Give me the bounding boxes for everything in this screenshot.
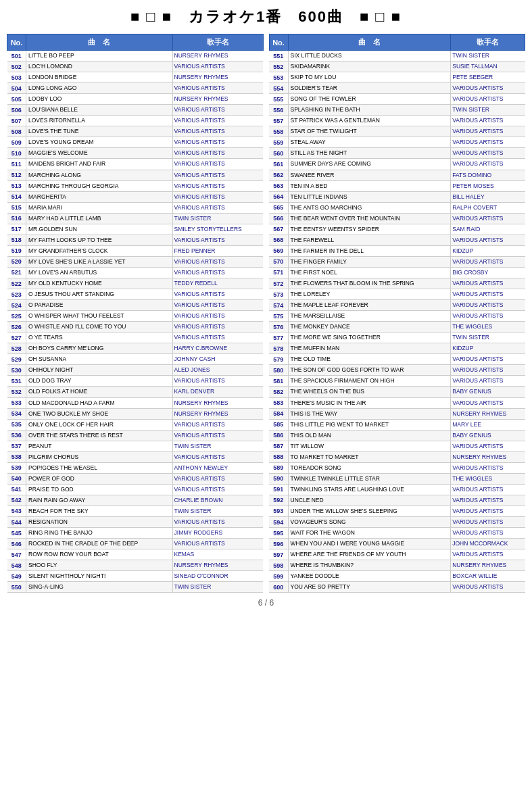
song-name: LOVE'S YOUNG DREAM <box>26 137 173 148</box>
artist-name: VARIOUS ARTISTS <box>451 83 525 94</box>
row-number: 520 <box>7 256 26 267</box>
song-name: MARY HAD A LITTLE LAMB <box>26 213 173 224</box>
song-name: THE WHEELS ON THE BUS <box>288 387 451 397</box>
page-footer: 6 / 6 <box>7 598 525 608</box>
table-row: 533OLD MACDONALD HAD A FARMNURSERY RHYME… <box>7 397 264 408</box>
table-row: 558STAR OF THE TWILIGHTVARIOUS ARTISTS <box>269 126 525 137</box>
table-row: 547ROW ROW ROW YOUR BOATKEMAS <box>7 549 264 560</box>
table-row: 575THE MARSEILLAISEVARIOUS ARTISTS <box>269 311 525 322</box>
song-name: OLD MACDONALD HAD A FARM <box>26 397 173 408</box>
row-number: 558 <box>269 126 288 137</box>
row-number: 526 <box>7 322 26 333</box>
artist-name: VARIOUS ARTISTS <box>172 235 263 245</box>
artist-name: VARIOUS ARTISTS <box>172 148 263 159</box>
row-number: 597 <box>269 549 288 560</box>
row-number: 521 <box>7 267 26 278</box>
song-name: SING-A-LING <box>26 582 173 593</box>
artist-name: VARIOUS ARTISTS <box>451 462 525 473</box>
artist-name: NURSERY RHYMES <box>172 51 263 62</box>
table-row: 524O PARADISEVARIOUS ARTISTS <box>7 300 264 311</box>
artist-name: VARIOUS ARTISTS <box>172 105 263 116</box>
table-row: 580THE SON OF GOD GOES FORTH TO WARVARIO… <box>269 365 525 376</box>
artist-name: PETE SEEGER <box>451 72 525 83</box>
table-row: 567THE EENTSY WEENTSY SPIDERSAM RAID <box>269 224 525 235</box>
table-row: 573THE LORELEYVARIOUS ARTISTS <box>269 289 525 300</box>
table-row: 511MAIDENS BRIGHT AND FAIRVARIOUS ARTIST… <box>7 159 264 170</box>
row-number: 557 <box>269 116 288 126</box>
song-name: TWINKLING STARS ARE LAUGHING LOVE <box>288 484 451 495</box>
song-name: LONG LONG AGO <box>26 83 173 94</box>
song-name: TEN LITTLE INDIANS <box>288 191 451 202</box>
artist-name: VARIOUS ARTISTS <box>451 582 525 593</box>
row-number: 579 <box>269 354 288 365</box>
table-row: 581THE SPACIOUS FIRMAMENT ON HIGHVARIOUS… <box>269 376 525 387</box>
song-name: MY LOVE SHE'S LIKE A LASSIE YET <box>26 256 173 267</box>
song-name: SIX LITTLE DUCKS <box>288 51 451 62</box>
left-table-section: No. 曲 名 歌手名 501LITTLE BO PEEPNURSERY RHY… <box>7 34 264 593</box>
row-number: 596 <box>269 539 288 549</box>
table-row: 594VOYAGEUR'S SONGVARIOUS ARTISTS <box>269 517 525 528</box>
song-name: MY LOVE'S AN ARBUTUS <box>26 267 173 278</box>
row-number: 535 <box>7 419 26 430</box>
song-name: UNDER THE WILLOW SHE'S SLEEPING <box>288 506 451 516</box>
artist-name: VARIOUS ARTISTS <box>451 256 525 267</box>
song-name: STEAL AWAY <box>288 137 451 148</box>
table-row: 562SWANEE RIVERFATS DOMINO <box>269 170 525 180</box>
artist-name: VARIOUS ARTISTS <box>451 278 525 289</box>
table-row: 513MARCHING THROUGH GEORGIAVARIOUS ARTIS… <box>7 180 264 191</box>
song-name: OLD DOG TRAY <box>26 376 173 387</box>
song-name: THIS IS THE WAY <box>288 408 451 419</box>
left-col-song-header: 曲 名 <box>26 34 173 51</box>
table-row: 519MY GRANDFATHER'S CLOCKFRED PENNER <box>7 245 264 256</box>
song-name: THE ANTS GO MARCHING <box>288 202 451 213</box>
song-name: THE MUFFIN MAN <box>288 343 451 354</box>
artist-name: VARIOUS ARTISTS <box>172 159 263 170</box>
table-row: 546ROCKED IN THE CRADLE OF THE DEEPVARIO… <box>7 539 264 549</box>
row-number: 517 <box>7 224 26 235</box>
table-row: 549SILENT NIGHT!HOLY NIGHT!SINEAD O'CONN… <box>7 571 264 582</box>
table-row: 599YANKEE DOODLEBOXCAR WILLIE <box>269 571 525 582</box>
artist-name: VARIOUS ARTISTS <box>451 159 525 170</box>
table-row: 508LOVE'S THE TUNEVARIOUS ARTISTS <box>7 126 264 137</box>
table-row: 600YOU ARE SO PRETTYVARIOUS ARTISTS <box>269 582 525 593</box>
artist-name: ALED JONES <box>172 365 263 376</box>
song-name: WHERE IS THUMBKIN? <box>288 560 451 571</box>
right-col-song-header: 曲 名 <box>288 34 451 51</box>
row-number: 506 <box>7 105 26 116</box>
row-number: 536 <box>7 430 26 441</box>
table-row: 537PEANUTTWIN SISTER <box>7 441 264 451</box>
table-row: 538PILGRIM CHORUSVARIOUS ARTISTS <box>7 451 264 462</box>
artist-name: VARIOUS ARTISTS <box>451 365 525 376</box>
artist-name: VARIOUS ARTISTS <box>451 495 525 506</box>
row-number: 546 <box>7 539 26 549</box>
row-number: 519 <box>7 245 26 256</box>
row-number: 594 <box>269 517 288 528</box>
row-number: 516 <box>7 213 26 224</box>
row-number: 513 <box>7 180 26 191</box>
song-name: THE FINGER FAMILY <box>288 256 451 267</box>
song-name: MY OLD KENTUCKY HOME <box>26 278 173 289</box>
row-number: 538 <box>7 451 26 462</box>
row-number: 568 <box>269 235 288 245</box>
row-number: 554 <box>269 83 288 94</box>
row-number: 534 <box>7 408 26 419</box>
song-name: LOVES RITORNELLA <box>26 116 173 126</box>
song-name: MAGGIE'S WELCOME <box>26 148 173 159</box>
song-name: O JESUS THOU ART STANDING <box>26 289 173 300</box>
table-row: 566THE BEAR WENT OVER THE MOUNTAINVARIOU… <box>269 213 525 224</box>
row-number: 548 <box>7 560 26 571</box>
row-number: 529 <box>7 354 26 365</box>
song-name: REACH FOR THE SKY <box>26 506 173 516</box>
song-name: THE MARSEILLAISE <box>288 311 451 322</box>
artist-name: VARIOUS ARTISTS <box>172 430 263 441</box>
artist-name: FRED PENNER <box>172 245 263 256</box>
song-name: THE FLOWERS THAT BLOOM IN THE SPRING <box>288 278 451 289</box>
row-number: 555 <box>269 94 288 105</box>
row-number: 569 <box>269 245 288 256</box>
song-name: OH BOYS CARRY ME'LONG <box>26 343 173 354</box>
table-row: 523O JESUS THOU ART STANDINGVARIOUS ARTI… <box>7 289 264 300</box>
table-row: 572THE FLOWERS THAT BLOOM IN THE SPRINGV… <box>269 278 525 289</box>
artist-name: NURSERY RHYMES <box>172 397 263 408</box>
artist-name: VARIOUS ARTISTS <box>172 419 263 430</box>
row-number: 504 <box>7 83 26 94</box>
